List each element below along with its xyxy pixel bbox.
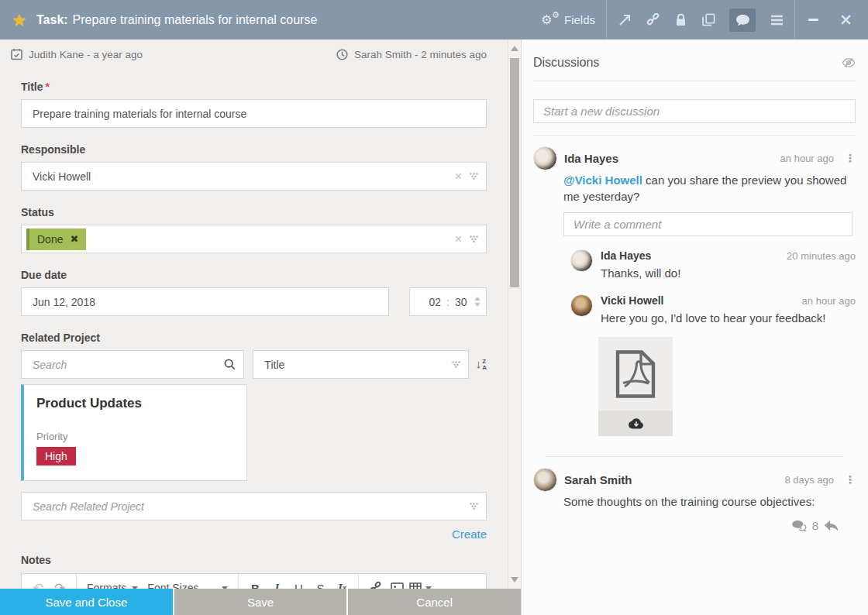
titlebar: Task:Prepare training materials for inte… bbox=[0, 0, 868, 40]
remove-tag-icon[interactable]: ✖ bbox=[70, 233, 78, 245]
timestamp: 8 days ago bbox=[784, 468, 834, 492]
reply-icon[interactable] bbox=[824, 520, 839, 532]
bold-icon[interactable]: B bbox=[246, 578, 264, 589]
insert-image-icon[interactable] bbox=[388, 578, 406, 589]
due-time-field[interactable]: 02 : 30 bbox=[409, 287, 487, 316]
avatar bbox=[533, 468, 557, 492]
insert-link-icon[interactable] bbox=[366, 578, 384, 589]
message-text: @Vicki Howell can you share the preview … bbox=[563, 172, 856, 204]
redo-icon[interactable]: ↷ bbox=[50, 578, 69, 589]
message-text: Here you go, I'd love to hear your feedb… bbox=[601, 311, 856, 326]
close-button[interactable] bbox=[839, 13, 852, 27]
related-project-card[interactable]: Product Updates Priority High bbox=[21, 384, 247, 481]
cogs-icon: ⚙⚙ bbox=[541, 12, 558, 28]
priority-badge: High bbox=[36, 447, 76, 466]
hide-panel-eye-icon[interactable] bbox=[842, 57, 856, 68]
time-colon: : bbox=[446, 296, 450, 308]
notes-toolbar: ↶ ↷ Formats Font Sizes B I U S Ix bbox=[21, 573, 487, 589]
download-bar[interactable] bbox=[598, 411, 673, 436]
comments-count-icon[interactable] bbox=[791, 520, 807, 532]
stepper-down-icon bbox=[474, 303, 480, 307]
author-name: Ida Hayes bbox=[564, 146, 780, 170]
strikethrough-icon[interactable]: S bbox=[311, 578, 329, 589]
modified-meta: Sarah Smith - 2 minutes ago bbox=[336, 49, 487, 60]
hour-value: 02 bbox=[429, 296, 441, 308]
comment-field bbox=[563, 212, 852, 236]
created-meta: Judith Kane - a year ago bbox=[11, 48, 143, 60]
scroll-up-icon[interactable] bbox=[511, 46, 518, 51]
title-input[interactable] bbox=[22, 100, 486, 127]
related-project-label: Related Project bbox=[21, 332, 487, 344]
form-scrollbar[interactable] bbox=[508, 40, 521, 589]
favorite-star-icon[interactable] bbox=[12, 12, 27, 28]
clear-icon[interactable]: × bbox=[455, 233, 462, 246]
thread-menu-icon[interactable]: ⋮ bbox=[845, 468, 856, 492]
undo-icon[interactable]: ↶ bbox=[29, 578, 47, 589]
new-discussion-input[interactable] bbox=[534, 105, 855, 118]
italic-icon[interactable]: I bbox=[267, 578, 286, 589]
download-cloud-icon bbox=[628, 417, 644, 430]
fields-button[interactable]: ⚙⚙ Fields bbox=[541, 12, 595, 28]
sort-order-icon[interactable]: ↓ ZA bbox=[476, 358, 487, 371]
required-asterisk: * bbox=[46, 81, 50, 93]
save-button[interactable]: Save bbox=[174, 589, 347, 615]
author-name: Vicki Howell bbox=[601, 294, 802, 307]
window-title: Task:Prepare training materials for inte… bbox=[36, 13, 317, 27]
created-by-text: Judith Kane - a year ago bbox=[29, 49, 143, 60]
expand-icon[interactable] bbox=[618, 13, 632, 27]
thread-menu-icon[interactable]: ⋮ bbox=[845, 146, 856, 170]
pdf-attachment[interactable] bbox=[598, 337, 673, 436]
minimize-button[interactable] bbox=[806, 13, 820, 27]
timestamp: an hour ago bbox=[802, 295, 856, 307]
time-stepper[interactable] bbox=[474, 288, 480, 315]
cancel-button[interactable]: Cancel bbox=[348, 589, 521, 615]
calendar-icon bbox=[11, 48, 22, 60]
create-link[interactable]: Create bbox=[452, 527, 487, 541]
insert-table-icon[interactable] bbox=[409, 578, 432, 589]
due-date-field[interactable]: Jun 12, 2018 bbox=[21, 287, 389, 316]
reply-item: Ida Hayes 20 minutes ago Thanks, will do… bbox=[570, 249, 856, 281]
status-label: Status bbox=[21, 206, 487, 218]
clear-icon[interactable]: × bbox=[455, 170, 462, 183]
title-label: Title* bbox=[21, 81, 487, 93]
task-form-panel: Judith Kane - a year ago Sarah Smith - 2… bbox=[0, 40, 521, 615]
underline-icon[interactable]: U bbox=[289, 578, 308, 589]
message-text: Thanks, will do! bbox=[601, 266, 856, 281]
clock-icon bbox=[336, 49, 348, 60]
related-project-search-input[interactable] bbox=[22, 351, 243, 378]
link-icon[interactable] bbox=[646, 13, 660, 27]
lock-icon[interactable] bbox=[673, 13, 687, 27]
font-sizes-dropdown[interactable]: Font Sizes bbox=[144, 582, 231, 589]
pdf-preview[interactable] bbox=[598, 337, 673, 411]
titlebar-separator bbox=[606, 0, 607, 40]
dropdown-dots-icon[interactable] bbox=[470, 503, 478, 510]
comment-input[interactable] bbox=[564, 218, 852, 231]
related-project-picker-input[interactable] bbox=[22, 493, 486, 520]
search-icon[interactable] bbox=[224, 359, 236, 370]
discussions-toggle-button[interactable] bbox=[729, 9, 756, 32]
dropdown-dots-icon[interactable] bbox=[452, 361, 460, 368]
sort-field-select[interactable]: Title bbox=[253, 350, 468, 379]
scrollbar-thumb[interactable] bbox=[510, 58, 519, 287]
save-and-close-button[interactable]: Save and Close bbox=[0, 589, 173, 615]
user-mention[interactable]: @Vicki Howell bbox=[563, 174, 642, 187]
status-select[interactable]: Done ✖ × bbox=[21, 225, 487, 253]
clear-formatting-icon[interactable]: Ix bbox=[332, 578, 351, 589]
pdf-file-icon bbox=[615, 350, 656, 398]
sort-field-value: Title bbox=[253, 359, 295, 371]
dropdown-dots-icon[interactable] bbox=[470, 235, 478, 242]
minute-value: 30 bbox=[455, 296, 467, 308]
meta-row: Judith Kane - a year ago Sarah Smith - 2… bbox=[0, 40, 521, 69]
author-name: Sarah Smith bbox=[564, 468, 784, 492]
menu-icon[interactable] bbox=[770, 13, 784, 27]
copy-icon[interactable] bbox=[701, 13, 715, 27]
avatar bbox=[533, 146, 557, 170]
status-tag: Done ✖ bbox=[26, 228, 86, 250]
fields-label: Fields bbox=[564, 13, 595, 26]
dropdown-dots-icon[interactable] bbox=[470, 173, 478, 180]
scroll-down-icon[interactable] bbox=[511, 577, 518, 582]
responsible-select[interactable]: Vicki Howell × bbox=[21, 162, 487, 191]
author-name: Ida Hayes bbox=[601, 249, 787, 262]
formats-dropdown[interactable]: Formats bbox=[84, 582, 141, 589]
discussions-panel: Discussions Ida Hayes an hour ago ⋮ @Vic… bbox=[521, 40, 868, 615]
